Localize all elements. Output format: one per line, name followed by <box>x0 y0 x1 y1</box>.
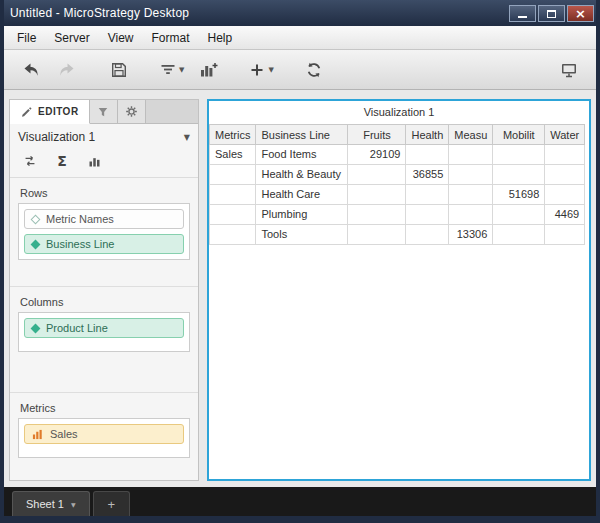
value-cell <box>348 225 406 245</box>
grid-row: Health Care 51698 <box>210 185 585 205</box>
filter-icon <box>96 105 110 119</box>
visualization-selector[interactable]: Visualization 1 ▼ <box>10 124 198 149</box>
grid-table: Metrics Business Line Fruits Health Meas… <box>209 124 585 245</box>
bar-chart-icon <box>87 154 102 169</box>
metric-cell <box>210 205 256 225</box>
visualization-title: Visualization 1 <box>209 101 589 124</box>
insert-visualization-icon <box>198 60 218 80</box>
pill-sales[interactable]: Sales <box>24 424 184 444</box>
datasets-icon <box>159 61 177 79</box>
sheet-bar: Sheet 1 ▼ + <box>4 487 596 516</box>
gear-icon <box>124 104 139 119</box>
minimize-icon <box>518 16 527 18</box>
grid-row: Sales Food Items 29109 <box>210 145 585 165</box>
rows-label: Rows <box>10 178 198 203</box>
pill-business-line[interactable]: Business Line <box>24 234 184 254</box>
close-icon: × <box>575 7 586 20</box>
visualization-panel[interactable]: Visualization 1 Metrics Business Line Fr… <box>207 99 591 481</box>
refresh-button[interactable] <box>299 55 329 85</box>
value-cell <box>449 205 493 225</box>
forward-icon <box>57 60 77 80</box>
value-cell <box>406 225 449 245</box>
col-header-health[interactable]: Health <box>406 125 449 145</box>
editor-panel-tabs: EDITOR <box>10 100 198 124</box>
minimize-button[interactable] <box>509 5 536 22</box>
chevron-down-icon: ▼ <box>268 66 273 74</box>
editor-tab-label: EDITOR <box>38 106 79 117</box>
value-cell <box>545 225 585 245</box>
tab-filter[interactable] <box>90 100 118 123</box>
metric-cell <box>210 165 256 185</box>
save-button[interactable] <box>104 55 134 85</box>
col-header-water[interactable]: Water <box>545 125 585 145</box>
swap-axes-button[interactable] <box>20 151 40 171</box>
titlebar: Untitled - MicroStrategy Desktop × <box>4 0 596 26</box>
business-line-cell: Tools <box>256 225 348 245</box>
value-cell <box>406 205 449 225</box>
menu-file[interactable]: File <box>8 26 45 49</box>
close-button[interactable]: × <box>567 5 594 22</box>
pill-metric-names[interactable]: Metric Names <box>24 209 184 229</box>
menu-view[interactable]: View <box>99 26 143 49</box>
plus-icon <box>248 61 266 79</box>
value-cell <box>406 185 449 205</box>
forward-button[interactable] <box>52 55 82 85</box>
app-window: Untitled - MicroStrategy Desktop × File … <box>0 0 600 523</box>
value-cell <box>493 165 545 185</box>
columns-drop-zone[interactable]: Product Line <box>18 312 190 352</box>
col-header-measu[interactable]: Measu <box>449 125 493 145</box>
editor-panel: EDITOR V <box>9 99 199 481</box>
insert-button[interactable]: ▼ <box>245 55 276 85</box>
attribute-icon <box>31 214 41 224</box>
value-cell: 13306 <box>449 225 493 245</box>
window-title: Untitled - MicroStrategy Desktop <box>6 6 189 20</box>
menu-help[interactable]: Help <box>199 26 242 49</box>
maximize-icon <box>547 10 556 18</box>
business-line-cell: Food Items <box>256 145 348 165</box>
back-icon <box>21 60 41 80</box>
value-cell: 36855 <box>406 165 449 185</box>
visualization-selector-label: Visualization 1 <box>18 130 95 144</box>
sheet-tab[interactable]: Sheet 1 ▼ <box>12 491 90 516</box>
chevron-down-icon: ▼ <box>71 501 76 508</box>
col-header-mobilit[interactable]: Mobilit <box>493 125 545 145</box>
pencil-icon <box>20 105 33 118</box>
sigma-button[interactable]: Σ <box>52 151 72 171</box>
toolbar: ▼ ▼ <box>4 50 596 90</box>
grid-row: Health & Beauty 36855 <box>210 165 585 185</box>
menu-server[interactable]: Server <box>45 26 98 49</box>
value-cell <box>348 185 406 205</box>
app-body: File Server View Format Help <box>4 26 596 516</box>
metric-cell: Sales <box>210 145 256 165</box>
menubar: File Server View Format Help <box>4 26 596 50</box>
attribute-icon <box>31 323 41 333</box>
value-cell <box>449 145 493 165</box>
presentation-button[interactable] <box>554 55 584 85</box>
col-header-business-line[interactable]: Business Line <box>256 125 348 145</box>
col-header-fruits[interactable]: Fruits <box>348 125 406 145</box>
col-header-metrics[interactable]: Metrics <box>210 125 256 145</box>
chart-options-button[interactable] <box>84 151 104 171</box>
value-cell <box>493 145 545 165</box>
insert-visualization-button[interactable] <box>193 55 223 85</box>
value-cell <box>406 145 449 165</box>
plus-icon: + <box>108 497 116 512</box>
back-button[interactable] <box>16 55 46 85</box>
business-line-cell: Health & Beauty <box>256 165 348 185</box>
metrics-drop-zone[interactable]: Sales <box>18 418 190 458</box>
pill-label: Product Line <box>46 322 108 334</box>
tab-properties[interactable] <box>118 100 146 123</box>
maximize-button[interactable] <box>538 5 565 22</box>
menu-format[interactable]: Format <box>142 26 198 49</box>
value-cell <box>449 165 493 185</box>
pill-product-line[interactable]: Product Line <box>24 318 184 338</box>
rows-drop-zone[interactable]: Metric Names Business Line <box>18 203 190 260</box>
value-cell: 51698 <box>493 185 545 205</box>
tab-editor[interactable]: EDITOR <box>10 100 90 124</box>
value-cell: 29109 <box>348 145 406 165</box>
datasets-button[interactable]: ▼ <box>156 55 187 85</box>
metric-bars-icon <box>32 429 43 440</box>
add-sheet-button[interactable]: + <box>93 491 131 516</box>
sheet-tab-label: Sheet 1 <box>26 498 64 510</box>
presentation-icon <box>559 60 579 80</box>
